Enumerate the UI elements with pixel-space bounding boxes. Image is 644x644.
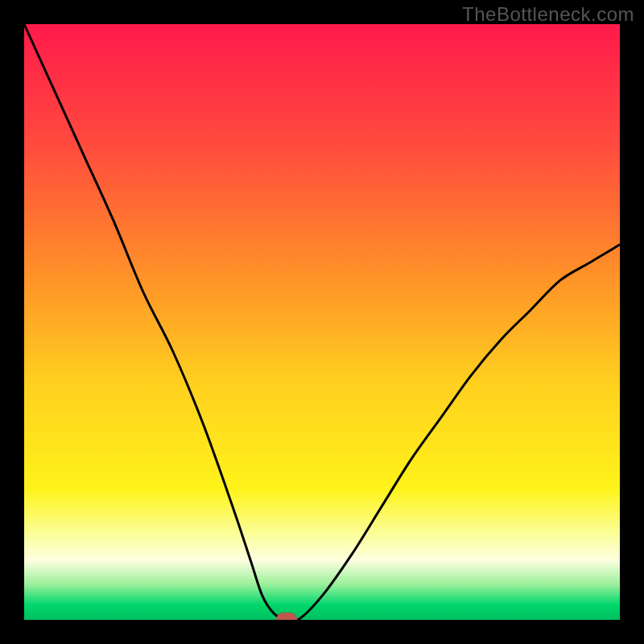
chart-frame: TheBottleneck.com [0, 0, 644, 644]
optimal-point-marker [276, 613, 297, 620]
bottleneck-curve [24, 24, 620, 620]
watermark-text: TheBottleneck.com [462, 3, 634, 26]
plot-area [24, 24, 620, 620]
